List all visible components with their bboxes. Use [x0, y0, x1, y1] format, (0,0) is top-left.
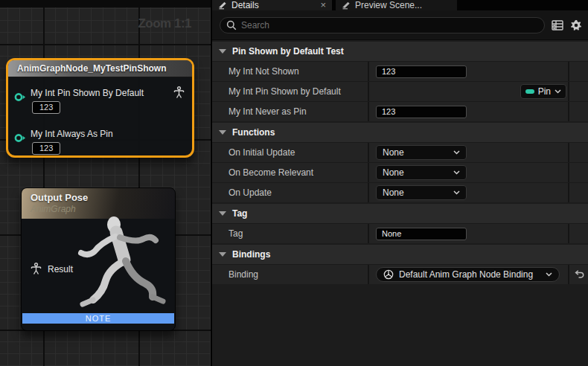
row-extra-cell: [568, 62, 588, 81]
property-label: My Int Never as Pin: [229, 106, 307, 117]
section-pin-shown-by-default-test: Pin Shown by Default Test My Int Not Sho…: [212, 42, 588, 121]
row-extra-cell: [568, 183, 588, 202]
chevron-down-icon: [453, 150, 460, 155]
my-int-not-shown-input[interactable]: [376, 65, 467, 78]
pin-default-value[interactable]: 123: [32, 142, 60, 155]
result-pin-row[interactable]: Result: [31, 263, 73, 275]
binding-icon: [383, 269, 394, 280]
property-label: Binding: [229, 269, 258, 280]
output-pose-title: Output Pose: [31, 192, 166, 203]
anim-graph-canvas[interactable]: Zoom 1:1 AnimGraphNode_MyTestPinShown My…: [0, 0, 211, 366]
row-on-update: On Update None: [212, 182, 588, 202]
category-header[interactable]: Pin Shown by Default Test: [212, 42, 588, 61]
property-label: On Update: [229, 187, 272, 198]
pin-mode-dropdown[interactable]: Pin: [520, 84, 566, 99]
on-become-relevant-dropdown[interactable]: None: [376, 165, 467, 180]
row-extra-cell: [568, 102, 588, 121]
pose-pin-icon: [31, 263, 42, 275]
row-extra-cell: [568, 163, 588, 182]
category-header[interactable]: Functions: [212, 123, 588, 142]
details-panel: Details × Preview Scene...: [212, 0, 588, 366]
row-on-initial-update: On Initial Update None: [212, 142, 588, 162]
graph-top-border: [0, 0, 211, 7]
tab-close-icon[interactable]: ×: [320, 1, 326, 10]
row-tag: Tag: [212, 223, 588, 243]
row-binding: Binding Default Anim Graph Node Binding: [212, 264, 588, 284]
search-box[interactable]: [220, 17, 545, 33]
row-my-int-pin-shown-by-default: My Int Pin Shown by Default Pin: [212, 81, 588, 101]
section-functions: Functions On Initial Update None On Beco…: [212, 123, 588, 202]
unreal-anim-blueprint-editor: Zoom 1:1 AnimGraphNode_MyTestPinShown My…: [0, 0, 588, 366]
details-tab-icon: [218, 1, 227, 10]
row-extra-cell: [568, 82, 588, 101]
section-bindings: Bindings Binding Default Anim Graph Nod: [212, 245, 588, 284]
tab-details[interactable]: Details ×: [212, 0, 332, 10]
my-int-never-as-pin-input[interactable]: [376, 106, 467, 118]
preview-scene-tab-icon: [342, 1, 351, 10]
int-pin-icon[interactable]: [14, 92, 26, 102]
node-animgraphnode-mytestpinshown[interactable]: AnimGraphNode_MyTestPinShown My Int Pin …: [6, 58, 194, 158]
section-tag: Tag Tag: [212, 204, 588, 243]
chevron-down-icon: [219, 211, 226, 216]
tag-input[interactable]: [376, 228, 467, 240]
property-label: My Int Pin Shown by Default: [229, 86, 341, 97]
pin-label: My Int Always As Pin: [31, 129, 113, 139]
category-header[interactable]: Tag: [212, 204, 588, 223]
row-my-int-never-as-pin: My Int Never as Pin: [212, 101, 588, 121]
pin-label: My Int Pin Shown By Default: [31, 88, 144, 98]
reset-to-default-icon[interactable]: [574, 270, 584, 279]
row-extra-cell: [568, 224, 588, 243]
chevron-down-icon: [546, 272, 552, 277]
tab-preview-scene[interactable]: Preview Scene...: [336, 0, 457, 10]
property-label: On Become Relevant: [229, 167, 313, 178]
gear-icon[interactable]: [570, 19, 582, 31]
result-pin-label: Result: [48, 264, 73, 274]
property-label: Tag: [229, 228, 243, 239]
property-label: On Initial Update: [229, 147, 295, 158]
row-on-become-relevant: On Become Relevant None: [212, 162, 588, 182]
pose-pin-icon[interactable]: [173, 86, 185, 99]
pin-row-shown-by-default: My Int Pin Shown By Default 123: [8, 86, 192, 114]
chevron-down-icon: [555, 89, 561, 94]
note-label: NOTE: [86, 314, 112, 323]
search-row: [212, 10, 588, 40]
zoom-level-label: Zoom 1:1: [138, 16, 191, 31]
property-label: My Int Not Shown: [229, 66, 299, 77]
tab-label: Details: [231, 0, 259, 10]
node-title: AnimGraphNode_MyTestPinShown: [17, 63, 166, 74]
note-bar[interactable]: NOTE: [22, 313, 174, 324]
search-icon: [226, 20, 237, 30]
pin-capsule-icon: [525, 89, 534, 94]
chevron-down-icon: [453, 170, 460, 175]
node-header[interactable]: AnimGraphNode_MyTestPinShown: [8, 60, 192, 77]
search-input[interactable]: [241, 20, 538, 30]
mannequin-image: [60, 212, 173, 325]
pin-row-always-as-pin: My Int Always As Pin 123: [8, 126, 192, 155]
row-extra-cell: [568, 143, 588, 162]
row-my-int-not-shown: My Int Not Shown: [212, 61, 588, 81]
int-pin-icon[interactable]: [14, 133, 26, 143]
chevron-down-icon: [453, 190, 460, 195]
display-filter-icon[interactable]: [552, 20, 563, 30]
chevron-down-icon: [219, 252, 226, 257]
tab-label: Preview Scene...: [355, 0, 422, 10]
on-update-dropdown[interactable]: None: [376, 185, 467, 200]
chevron-down-icon: [219, 130, 226, 135]
pin-default-value[interactable]: 123: [32, 101, 60, 114]
on-initial-update-dropdown[interactable]: None: [376, 145, 467, 160]
tab-bar: Details × Preview Scene...: [212, 0, 588, 10]
category-header[interactable]: Bindings: [212, 245, 588, 264]
panel-header-icons: [552, 19, 582, 31]
chevron-down-icon: [219, 49, 226, 54]
node-output-pose[interactable]: Output Pose AnimGraph: [21, 187, 176, 331]
binding-dropdown[interactable]: Default Anim Graph Node Binding: [376, 267, 560, 282]
